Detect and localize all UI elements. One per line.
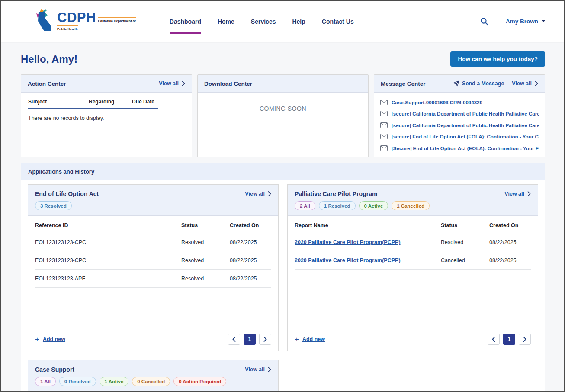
view-all-link[interactable]: View all — [245, 191, 265, 197]
column-reference-id: Reference ID — [35, 222, 181, 228]
view-all-link[interactable]: View all — [245, 366, 265, 373]
send-a-message-link[interactable]: Send a Message — [462, 80, 504, 87]
case-support-view-all[interactable]: View all — [245, 366, 271, 373]
top-navigation-bar: CDPH California Department of Public Hea… — [1, 1, 564, 42]
report-name-link[interactable]: 2020 Palliative Care Pilot Program(PCPP) — [295, 239, 401, 245]
pcpp-add-new-button[interactable]: + Add new — [295, 336, 325, 343]
badge-resolved[interactable]: 3 Resolved — [35, 201, 72, 210]
table-row: EOL123123123-CPC Resolved 08/22/2025 — [35, 251, 271, 270]
view-all-link[interactable]: View all — [159, 80, 179, 87]
action-center-body: Subject Regarding Due Date There are no … — [21, 93, 192, 127]
message-subject-link[interactable]: [secure] California Department of Public… — [392, 111, 539, 116]
message-list-item[interactable]: Case-Support-00001693 CRM:0094329 — [380, 96, 539, 108]
case-support-title: Case Support — [35, 366, 74, 373]
california-state-icon — [35, 8, 54, 34]
add-new-link[interactable]: Add new — [302, 336, 325, 342]
previous-page-button[interactable] — [488, 334, 500, 345]
pcpp-table-header: Report Name Status Created On — [295, 217, 531, 233]
download-center-header: Download Center — [198, 75, 368, 93]
column-status: Status — [181, 222, 230, 228]
reference-id-cell: EOL123123123-CPC — [35, 257, 181, 263]
badge-resolved[interactable]: 0 Resolved — [59, 377, 96, 386]
logo-text: CDPH California Department of Public Hea… — [57, 11, 136, 32]
status-cell: Resolved — [181, 257, 230, 263]
message-list-item[interactable]: [Secure] End of Life Option Act (EOLA): … — [380, 142, 539, 154]
message-list-item[interactable]: [secure] California Department of Public… — [380, 108, 539, 120]
nav-item-dashboard[interactable]: Dashboard — [170, 9, 201, 34]
pcpp-view-all[interactable]: View all — [504, 191, 531, 197]
message-center-header: Message Center Send a Message View all — [374, 75, 545, 93]
created-on-cell: 08/22/2025 — [489, 239, 531, 245]
created-on-cell: 08/22/2025 — [489, 257, 531, 263]
dashboard-main: Hello, Amy! How can we help you today? A… — [1, 42, 564, 392]
nav-item-help[interactable]: Help — [292, 9, 305, 34]
status-cell: Resolved — [441, 239, 489, 245]
envelope-icon — [380, 122, 388, 128]
eol-view-all[interactable]: View all — [245, 191, 271, 197]
table-row: EOL123123123-APF Resolved 08/22/2025 — [35, 270, 271, 288]
download-center-card: Download Center COMING SOON — [197, 74, 369, 157]
message-list-item[interactable]: [secure] California Department of Public… — [380, 119, 539, 131]
next-page-button[interactable] — [259, 334, 271, 345]
next-page-button[interactable] — [519, 334, 531, 345]
chevron-left-icon — [232, 337, 236, 342]
app-window: CDPH California Department of Public Hea… — [0, 0, 565, 392]
message-center-title: Message Center — [381, 80, 426, 87]
message-subject-link[interactable]: [secure] California Department of Public… — [392, 122, 539, 128]
chevron-right-icon — [535, 81, 538, 86]
badge-all[interactable]: 2 All — [295, 201, 315, 210]
message-subject-link[interactable]: Case-Support-00001693 CRM:0094329 — [392, 100, 482, 105]
add-new-link[interactable]: Add new — [43, 336, 65, 342]
badge-action-required[interactable]: 0 Action Required — [173, 377, 226, 386]
current-page-indicator[interactable]: 1 — [503, 334, 515, 345]
badge-active[interactable]: 0 Active — [359, 201, 388, 210]
badge-active[interactable]: 1 Active — [100, 377, 129, 386]
badge-resolved[interactable]: 1 Resolved — [319, 201, 356, 210]
message-list-item[interactable]: [secure] End of Life Option Act (EOLA): … — [380, 131, 539, 143]
table-row: EOL123123123-CPC Resolved 08/22/2025 — [35, 233, 271, 251]
badge-all[interactable]: 1 All — [35, 377, 56, 386]
user-menu[interactable]: Amy Brown — [506, 18, 545, 25]
nav-item-services[interactable]: Services — [251, 9, 276, 34]
reference-id-cell: EOL123123123-CPC — [35, 239, 181, 245]
action-center-card: Action Center View all Subject Regarding… — [21, 74, 192, 157]
case-support-card-header: Case Support View all 1 All 0 Resolved — [28, 360, 278, 392]
action-center-header: Action Center View all — [21, 75, 192, 93]
report-name-link[interactable]: 2020 Palliative Care Pilot Program(PCPP) — [295, 257, 401, 263]
user-name: Amy Brown — [506, 18, 538, 25]
chevron-right-icon — [268, 367, 271, 372]
search-icon[interactable] — [480, 17, 488, 26]
download-center-title: Download Center — [204, 80, 252, 87]
chevron-right-icon — [263, 337, 267, 342]
help-button[interactable]: How can we help you today? — [450, 51, 545, 67]
envelope-icon — [380, 100, 388, 105]
pcpp-table: Report Name Status Created On 2020 Palli… — [288, 216, 538, 328]
nav-item-home[interactable]: Home — [218, 9, 234, 34]
chevron-right-icon — [268, 191, 271, 196]
message-subject-link[interactable]: [secure] End of Life Option Act (EOLA): … — [392, 134, 539, 139]
reference-id-cell: EOL123123123-APF — [35, 276, 181, 282]
download-center-body: COMING SOON — [198, 93, 368, 112]
column-created-on: Created On — [230, 222, 271, 228]
view-all-link[interactable]: View all — [504, 191, 524, 197]
column-status: Status — [441, 222, 489, 228]
send-icon — [453, 80, 459, 87]
message-subject-link[interactable]: [Secure] End of Life Option Act (EOLA): … — [392, 145, 539, 151]
badge-cancelled[interactable]: 0 Cancelled — [132, 377, 170, 386]
message-center-view-all[interactable]: View all — [512, 80, 538, 87]
previous-page-button[interactable] — [228, 334, 240, 345]
view-all-link[interactable]: View all — [512, 80, 532, 87]
column-regarding: Regarding — [89, 99, 132, 105]
badge-cancelled[interactable]: 1 Cancelled — [392, 201, 430, 210]
envelope-icon — [380, 134, 388, 139]
applications-and-history-header: Applications and History — [21, 163, 545, 180]
nav-item-contact-us[interactable]: Contact Us — [322, 9, 354, 34]
send-a-message-button[interactable]: Send a Message — [453, 80, 504, 87]
action-center-view-all[interactable]: View all — [159, 80, 185, 87]
cdph-logo[interactable]: CDPH California Department of Public Hea… — [35, 8, 136, 34]
envelope-icon — [380, 145, 388, 151]
eol-add-new-button[interactable]: + Add new — [35, 336, 65, 343]
applications-and-history-section: Applications and History End of Life Opt… — [21, 163, 545, 392]
case-support-status-badges: 1 All 0 Resolved 1 Active 0 Cancelled 0 … — [35, 377, 271, 386]
current-page-indicator[interactable]: 1 — [244, 334, 256, 345]
